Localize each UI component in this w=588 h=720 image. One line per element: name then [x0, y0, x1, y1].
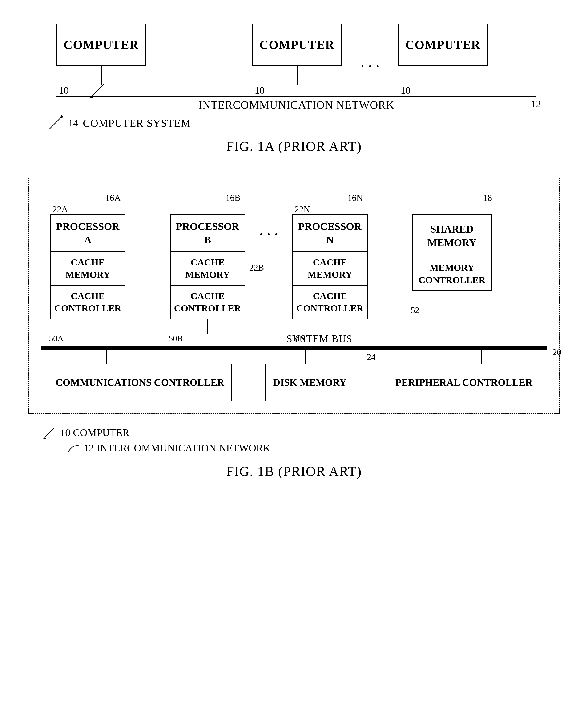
svg-marker-1: [89, 96, 94, 99]
network-12-label: 12 INTERCOMMUNICATION NETWORK: [84, 442, 271, 454]
dots-1b: · · ·: [248, 226, 290, 243]
fig1b-diagram: 16A 22A PROCESSOR A CACHE MEMORY CACHE C…: [19, 173, 569, 484]
ref-22b: 22B: [249, 262, 264, 273]
ref-18: 18: [483, 193, 492, 203]
cache-mem-16a: CACHE MEMORY: [51, 252, 125, 286]
bus-ref-52: 52: [411, 305, 419, 315]
curve-12-icon: [66, 443, 80, 453]
arrow-14-icon: [87, 82, 106, 101]
cache-mem-16b: CACHE MEMORY: [171, 252, 245, 286]
bus-conn-16a: [88, 319, 88, 334]
proc-box-16a: PROCESSOR A CACHE MEMORY CACHE CONTROLLE…: [50, 214, 125, 319]
bottom-boxes-row: COMMUNICATIONS CONTROLLER 24 DISK MEMORY…: [41, 364, 547, 401]
svg-line-4: [45, 428, 54, 437]
bottom-connectors-row: [41, 350, 547, 364]
ref-22n: 22N: [295, 204, 310, 214]
computer-system-label: COMPUTER SYSTEM: [83, 117, 191, 129]
ref-12-1a: 12: [531, 99, 541, 110]
computer-box-1: COMPUTER: [57, 23, 146, 66]
fig1b-title: FIG. 1B (PRIOR ART): [28, 463, 560, 479]
computer-box-3: COMPUTER: [398, 23, 488, 66]
comm-ctrl-label: COMMUNICATIONS CONTROLLER: [56, 376, 224, 389]
top-refs-row: 16A 22A PROCESSOR A CACHE MEMORY CACHE C…: [41, 193, 547, 343]
bot-conn-2: [305, 350, 306, 364]
disk-mem-label: DISK MEMORY: [273, 376, 346, 389]
unit-16b: 16B 22B PROCESSOR B CACHE MEMORY CACHE C…: [168, 193, 248, 343]
connector-2: [297, 66, 297, 85]
ref-16n: 16N: [348, 193, 363, 203]
ref-14: 14: [68, 118, 78, 129]
periph-ctrl-unit: PERIPHERAL CONTROLLER: [388, 364, 540, 401]
fig1a-diagram: COMPUTER 10 COMPUTER 10 · · · COMPUTER 1…: [19, 14, 569, 173]
computer-10-label: 10 COMPUTER: [60, 427, 129, 439]
computer-box-2: COMPUTER: [252, 23, 342, 66]
ref-10-3: 10: [401, 85, 411, 96]
bus-conn-shared: [452, 291, 453, 305]
bot-conn-3: [481, 350, 482, 364]
cache-ctrl-16n: CACHE CONTROLLER: [293, 286, 367, 319]
computer-unit-3: COMPUTER 10: [398, 23, 488, 96]
bus-conn-16b: [207, 319, 208, 334]
ref-22a: 22A: [52, 204, 68, 214]
proc-box-16n: PROCESSOR N CACHE MEMORY CACHE CONTROLLE…: [292, 214, 368, 319]
cache-ctrl-16a: CACHE CONTROLLER: [51, 286, 125, 319]
cache-mem-16n: CACHE MEMORY: [293, 252, 367, 286]
connector-3: [443, 66, 443, 85]
proc-top-16n: PROCESSOR N: [293, 215, 367, 252]
arrow-14-icon-2: [47, 115, 66, 131]
ref-10-2: 10: [255, 85, 265, 96]
computer-10-row: 10 COMPUTER: [42, 426, 129, 440]
ref-24: 24: [366, 352, 375, 362]
proc-box-16b: PROCESSOR B CACHE MEMORY CACHE CONTROLLE…: [170, 214, 245, 319]
computer-label-2: COMPUTER: [259, 38, 335, 52]
system-bus: SYSTEM BUS 20: [41, 346, 547, 350]
svg-line-0: [92, 84, 104, 96]
ref-16b: 16B: [226, 193, 240, 203]
svg-marker-5: [43, 437, 47, 439]
network-bar: INTERCOMMUNICATION NETWORK 12: [57, 96, 536, 110]
bus-ref-50a: 50A: [49, 334, 64, 343]
fig1a-title: FIG. 1A (PRIOR ART): [33, 139, 555, 154]
disk-mem-box: DISK MEMORY: [265, 364, 354, 401]
ref-20: 20: [552, 347, 561, 357]
shared-mem-label: SHARED MEMORY: [413, 215, 491, 257]
computer-label-3: COMPUTER: [405, 38, 480, 52]
proc-top-16a: PROCESSOR A: [51, 215, 125, 252]
periph-ctrl-label: PERIPHERAL CONTROLLER: [396, 376, 532, 389]
bottom-labels-area: 10 COMPUTER 12 INTERCOMMUNICATION NETWOR…: [42, 421, 560, 454]
shared-mem-unit: 18 XX SHARED MEMORY MEMORY CONTROLLER 52: [410, 193, 494, 315]
periph-ctrl-box: PERIPHERAL CONTROLLER: [388, 364, 540, 401]
computer-unit-2: COMPUTER 10: [252, 23, 342, 96]
proc-top-16b: PROCESSOR B: [171, 215, 245, 252]
fig1b-bottom-area: 10 COMPUTER 12 INTERCOMMUNICATION NETWOR…: [28, 421, 560, 454]
bus-conn-16n: [330, 319, 330, 334]
network-12-row: 12 INTERCOMMUNICATION NETWORK: [66, 442, 271, 454]
comm-ctrl-box: COMMUNICATIONS CONTROLLER: [48, 364, 232, 401]
mem-controller-label: MEMORY CONTROLLER: [413, 257, 491, 291]
computer-label-1: COMPUTER: [64, 38, 139, 52]
shared-box: SHARED MEMORY MEMORY CONTROLLER: [412, 214, 492, 291]
svg-marker-3: [60, 115, 64, 119]
cache-ctrl-16b: CACHE CONTROLLER: [171, 286, 245, 319]
dots-1a: · · ·: [342, 58, 398, 75]
svg-line-2: [49, 117, 61, 129]
network-label-1a: INTERCOMMUNICATION NETWORK: [198, 99, 395, 111]
bot-conn-1: [106, 350, 107, 364]
unit-16a: 16A 22A PROCESSOR A CACHE MEMORY CACHE C…: [48, 193, 128, 343]
system-bus-label: SYSTEM BUS: [287, 333, 352, 345]
unit-16n: 16N 22N PROCESSOR N CACHE MEMORY CACHE C…: [290, 193, 370, 343]
arrow-10-icon: [42, 426, 57, 440]
left-bottom-col: 10 COMPUTER 12 INTERCOMMUNICATION NETWOR…: [42, 421, 271, 454]
computer-system-row: 14 COMPUTER SYSTEM: [47, 115, 555, 131]
dashed-region: 16A 22A PROCESSOR A CACHE MEMORY CACHE C…: [28, 178, 560, 414]
ref-16a: 16A: [105, 193, 121, 203]
comm-ctrl-unit: COMMUNICATIONS CONTROLLER: [48, 364, 232, 401]
bus-ref-50b: 50B: [169, 334, 183, 343]
ref-10-1: 10: [59, 85, 69, 96]
disk-mem-unit: 24 DISK MEMORY: [265, 364, 354, 401]
